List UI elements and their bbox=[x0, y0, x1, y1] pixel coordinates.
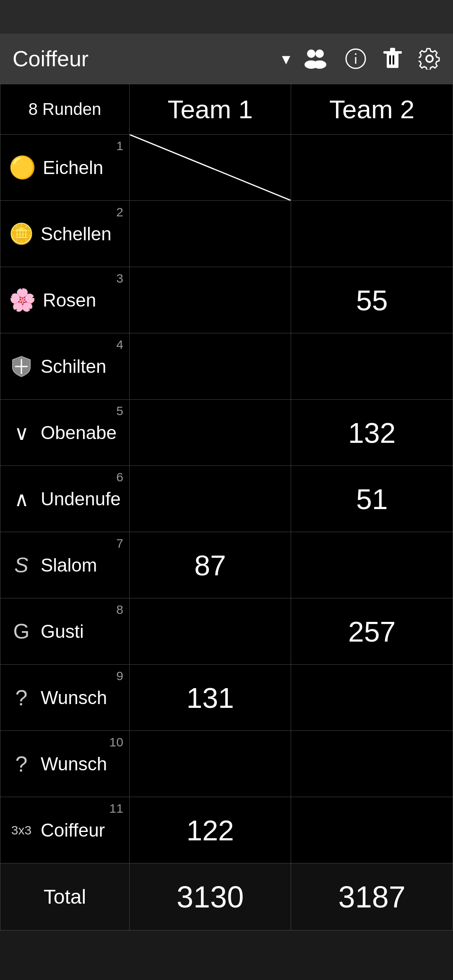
row-label-wunsch-9: 9 ? Wunsch bbox=[0, 665, 130, 731]
info-icon[interactable] bbox=[345, 48, 367, 70]
row-schilten[interactable]: 4 Schilten bbox=[0, 333, 453, 400]
svg-point-6 bbox=[355, 53, 357, 55]
row-label-schellen: 2 🪙 Schellen bbox=[0, 201, 130, 267]
row-wunsch-9[interactable]: 9 ? Wunsch 131 bbox=[0, 665, 453, 731]
gusti-label: Gusti bbox=[41, 621, 84, 642]
schilten-team2-score[interactable] bbox=[291, 333, 453, 400]
eicheln-icon: 🟡 bbox=[9, 155, 36, 180]
wunsch9-team1-score[interactable]: 131 bbox=[129, 665, 291, 731]
game-table: 8 Runden Team 1 Team 2 1 🟡 Eicheln bbox=[0, 84, 453, 931]
row-label-slalom: 7 S Slalom bbox=[0, 532, 130, 598]
toolbar-actions bbox=[303, 48, 440, 70]
row-rosen[interactable]: 3 🌸 Rosen 55 bbox=[0, 267, 453, 333]
row-eicheln[interactable]: 1 🟡 Eicheln bbox=[0, 135, 453, 201]
row-label-obenabe: 5 ∨ Obenabe bbox=[0, 400, 130, 466]
row-label-gusti: 8 G Gusti bbox=[0, 598, 130, 665]
row-label-schilten: 4 Schilten bbox=[0, 333, 130, 400]
obenabe-team1-score[interactable] bbox=[129, 400, 291, 466]
header-row: 8 Runden Team 1 Team 2 bbox=[0, 84, 453, 135]
coiffeur-team1-score[interactable]: 122 bbox=[129, 797, 291, 863]
wunsch10-team1-score[interactable] bbox=[129, 731, 291, 797]
row-slalom[interactable]: 7 S Slalom 87 bbox=[0, 532, 453, 598]
total-team2-cell: 3187 bbox=[291, 863, 453, 931]
dropdown-icon[interactable]: ▾ bbox=[282, 49, 290, 68]
undenufe-team2-score[interactable]: 51 bbox=[291, 466, 453, 532]
coiffeur-team2-score[interactable] bbox=[291, 797, 453, 863]
wunsch10-icon: ? bbox=[9, 751, 34, 777]
gusti-team1-score[interactable] bbox=[129, 598, 291, 665]
obenabe-icon: ∨ bbox=[9, 421, 34, 445]
row-wunsch-10[interactable]: 10 ? Wunsch bbox=[0, 731, 453, 797]
total-team1-score: 3130 bbox=[177, 880, 244, 914]
rosen-label: Rosen bbox=[43, 290, 96, 311]
svg-rect-9 bbox=[390, 48, 395, 52]
slalom-team2-score[interactable] bbox=[291, 532, 453, 598]
row-schellen[interactable]: 2 🪙 Schellen bbox=[0, 201, 453, 267]
row-gusti[interactable]: 8 G Gusti 257 bbox=[0, 598, 453, 665]
total-row: Total 3130 3187 bbox=[0, 863, 453, 931]
wunsch9-team2-score[interactable] bbox=[291, 665, 453, 731]
team2-label: Team 2 bbox=[329, 95, 414, 124]
rosen-team2-score[interactable]: 55 bbox=[291, 267, 453, 333]
schellen-team1-score[interactable] bbox=[129, 201, 291, 267]
total-label-cell: Total bbox=[0, 863, 130, 931]
header-team2-cell: Team 2 bbox=[291, 84, 453, 135]
team1-label: Team 1 bbox=[167, 95, 253, 124]
schilten-icon bbox=[9, 356, 34, 377]
obenabe-team2-score[interactable]: 132 bbox=[291, 400, 453, 466]
wunsch9-icon: ? bbox=[9, 685, 34, 710]
wunsch10-label: Wunsch bbox=[41, 754, 107, 775]
coiffeur-label: Coiffeur bbox=[41, 820, 105, 841]
gusti-team2-score[interactable]: 257 bbox=[291, 598, 453, 665]
svg-point-3 bbox=[313, 60, 326, 69]
undenufe-label: Undenufe bbox=[41, 489, 121, 509]
undenufe-team1-score[interactable] bbox=[129, 466, 291, 532]
gusti-icon: G bbox=[9, 619, 34, 644]
schellen-team2-score[interactable] bbox=[291, 201, 453, 267]
row-label-coiffeur: 11 3x3 Coiffeur bbox=[0, 797, 130, 863]
delete-icon[interactable] bbox=[383, 48, 402, 70]
row-label-wunsch-10: 10 ? Wunsch bbox=[0, 731, 130, 797]
rosen-team1-score[interactable] bbox=[129, 267, 291, 333]
svg-rect-11 bbox=[393, 55, 394, 65]
wunsch9-label: Wunsch bbox=[41, 687, 107, 708]
eicheln-team1-score[interactable] bbox=[129, 135, 291, 201]
rounds-label: 8 Runden bbox=[29, 100, 101, 118]
wunsch10-team2-score[interactable] bbox=[291, 731, 453, 797]
status-bar bbox=[0, 0, 453, 34]
svg-point-0 bbox=[307, 49, 315, 58]
row-label-eicheln: 1 🟡 Eicheln bbox=[0, 135, 130, 201]
row-obenabe[interactable]: 5 ∨ Obenabe 132 bbox=[0, 400, 453, 466]
svg-rect-10 bbox=[389, 55, 391, 65]
schellen-icon: 🪙 bbox=[9, 222, 34, 246]
schilten-team1-score[interactable] bbox=[129, 333, 291, 400]
toolbar: Coiffeur ▾ bbox=[0, 34, 453, 84]
total-team1-cell: 3130 bbox=[129, 863, 291, 931]
eicheln-team2-score[interactable] bbox=[291, 135, 453, 201]
row-label-rosen: 3 🌸 Rosen bbox=[0, 267, 130, 333]
rosen-icon: 🌸 bbox=[9, 287, 36, 313]
slalom-team1-score[interactable]: 87 bbox=[129, 532, 291, 598]
total-label: Total bbox=[44, 886, 86, 908]
settings-icon[interactable] bbox=[419, 48, 440, 70]
schilten-label: Schilten bbox=[41, 356, 107, 377]
people-icon[interactable] bbox=[303, 48, 328, 70]
row-undenufe[interactable]: 6 ∧ Undenufe 51 bbox=[0, 466, 453, 532]
coiffeur-icon: 3x3 bbox=[9, 823, 34, 837]
svg-point-1 bbox=[315, 49, 324, 58]
app-title: Coiffeur bbox=[13, 46, 269, 71]
schellen-label: Schellen bbox=[41, 224, 112, 244]
row-coiffeur[interactable]: 11 3x3 Coiffeur 122 bbox=[0, 797, 453, 863]
undenufe-icon: ∧ bbox=[9, 487, 34, 511]
header-rounds-cell: 8 Runden bbox=[0, 84, 130, 135]
slalom-icon: S bbox=[9, 553, 34, 577]
svg-line-12 bbox=[130, 135, 291, 200]
row-label-undenufe: 6 ∧ Undenufe bbox=[0, 466, 130, 532]
obenabe-label: Obenabe bbox=[41, 422, 117, 443]
header-team1-cell: Team 1 bbox=[129, 84, 291, 135]
eicheln-label: Eicheln bbox=[43, 157, 103, 178]
slalom-label: Slalom bbox=[41, 555, 97, 576]
total-team2-score: 3187 bbox=[338, 880, 406, 914]
